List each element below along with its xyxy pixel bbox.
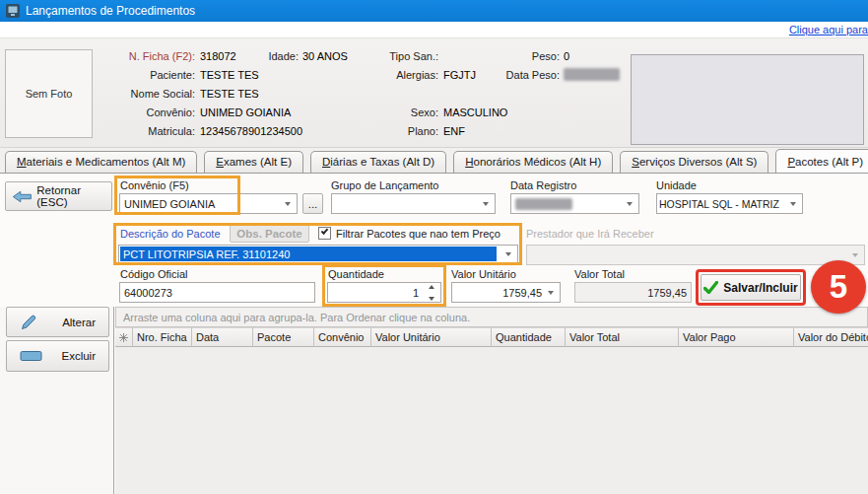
- chevron-down-icon: [285, 202, 291, 206]
- unidade-combobox[interactable]: HOSPITAL SQL - MATRIZ: [656, 193, 803, 214]
- paciente-value: TESTE TES: [200, 69, 259, 81]
- link-bar: Clique aqui para: [0, 22, 868, 38]
- tab-diarias-taxas[interactable]: Diárias e Taxas (Alt D): [310, 151, 446, 173]
- quantidade-label: Quantidade: [328, 268, 384, 280]
- top-right-link[interactable]: Clique aqui para: [789, 24, 868, 35]
- excluir-label: Excluir: [61, 350, 96, 362]
- check-icon: [703, 281, 718, 294]
- tab-exames[interactable]: Exames (Alt E): [204, 151, 303, 173]
- codigo-oficial-input[interactable]: 64000273: [119, 282, 315, 303]
- spin-up-icon: [429, 285, 434, 289]
- matricula-value: 12345678901234500: [200, 125, 302, 137]
- alterar-label: Alterar: [62, 317, 96, 328]
- column-header-convenio[interactable]: Convênio: [314, 327, 371, 347]
- alterar-button[interactable]: Alterar: [6, 307, 109, 337]
- data-peso-redacted-value: [564, 68, 620, 81]
- spinner-arrows[interactable]: [425, 285, 437, 301]
- chevron-down-icon: [790, 202, 796, 206]
- obs-pacote-button[interactable]: Obs. Pacote: [230, 224, 309, 243]
- column-header-valor-debito[interactable]: Valor do Débito: [794, 327, 868, 347]
- column-header-valor-unitario[interactable]: Valor Unitário: [371, 327, 492, 347]
- matricula-label: Matricula:: [99, 125, 195, 137]
- eraser-icon: [20, 350, 42, 362]
- paciente-label: Paciente:: [99, 69, 195, 81]
- step-badge: 5: [811, 260, 866, 314]
- grupo-lancamento-combobox[interactable]: [331, 193, 496, 214]
- filtrar-pacotes-checkbox[interactable]: [318, 227, 331, 240]
- chevron-down-icon: [483, 202, 489, 206]
- excluir-button[interactable]: Excluir: [6, 340, 109, 372]
- nome-social-value: TESTE TES: [200, 88, 259, 100]
- spin-down-icon: [429, 297, 434, 301]
- alergias-label: Alergias:: [345, 69, 438, 81]
- sexo-label: Sexo:: [345, 106, 438, 118]
- plano-value: ENF: [443, 125, 465, 137]
- data-registro-combobox[interactable]: [510, 193, 639, 214]
- column-header-nro-ficha[interactable]: Nro. Ficha: [133, 327, 192, 347]
- grid-header-row: Nro. Ficha Data Pacote Convênio Valor Un…: [115, 327, 868, 347]
- salvar-incluir-button[interactable]: Salvar/Incluir: [701, 274, 801, 301]
- tab-servicos-diversos[interactable]: Serviços Diversos (Alt S): [620, 151, 768, 173]
- tab-strip: Materiais e Medicamentos (Alt M) Exames …: [0, 148, 868, 174]
- column-header-valor-total[interactable]: Valor Total: [566, 327, 679, 347]
- quantidade-stepper[interactable]: 1: [327, 282, 441, 303]
- prestador-label: Prestador que Irá Receber: [526, 228, 654, 240]
- plano-label: Plano:: [345, 125, 438, 137]
- tab-materiais-medicamentos[interactable]: Materiais e Medicamentos (Alt M): [5, 151, 197, 173]
- grid-group-hint: Arraste uma coluna aqui para agrupa-la. …: [115, 307, 868, 327]
- pencil-icon: [20, 314, 37, 331]
- selected-pacote: PCT LITOTRIPSIA REF. 31101240: [120, 247, 497, 261]
- patient-header: Sem Foto N. Ficha (F2): 318072 Paciente:…: [0, 38, 868, 148]
- codigo-oficial-label: Código Oficial: [120, 268, 187, 280]
- retornar-label: Retornar (ESC): [36, 184, 105, 208]
- check-icon: [321, 227, 329, 235]
- prestador-combobox[interactable]: [526, 245, 865, 265]
- procedures-window: Lançamentos de Procedimentos Clique aqui…: [0, 0, 868, 494]
- header-side-panel: [631, 54, 864, 145]
- chevron-down-icon: [627, 202, 633, 206]
- browse-convenio-button[interactable]: ...: [302, 193, 323, 214]
- convenio-f5-label: Convênio (F5): [120, 179, 189, 191]
- valor-total-label: Valor Total: [574, 268, 625, 280]
- unidade-label: Unidade: [656, 179, 697, 191]
- valor-total-field: 1759,45: [574, 282, 692, 303]
- tab-honorarios-medicos[interactable]: Honorários Médicos (Alt H): [453, 151, 613, 173]
- tipo-san-label: Tipo San.:: [345, 50, 438, 62]
- tab-pacotes[interactable]: Pacotes (Alt P): [775, 149, 868, 174]
- title-bar: Lançamentos de Procedimentos: [0, 0, 868, 22]
- ficha-label: N. Ficha (F2):: [99, 50, 195, 62]
- ficha-value: 318072: [200, 50, 236, 62]
- convenio-value: UNIMED GOIANIA: [200, 106, 291, 118]
- column-header-quantidade[interactable]: Quantidade: [492, 327, 566, 347]
- grupo-lancamento-label: Grupo de Lançamento: [331, 179, 438, 191]
- sexo-value: MASCULINO: [443, 106, 507, 118]
- window-title: Lançamentos de Procedimentos: [26, 4, 195, 18]
- photo-placeholder: Sem Foto: [5, 49, 93, 138]
- idade-value: 30 ANOS: [302, 50, 348, 62]
- convenio-combobox[interactable]: UNIMED GOIANIA: [119, 193, 298, 214]
- chevron-down-icon: [852, 253, 858, 257]
- descricao-pacote-combobox[interactable]: PCT LITOTRIPSIA REF. 31101240: [118, 245, 518, 263]
- convenio-label: Convênio:: [99, 106, 195, 118]
- data-peso-label: Data Peso:: [473, 69, 560, 81]
- alergias-value: FGJTJ: [443, 69, 476, 81]
- descricao-pacote-label: Descrição do Pacote: [120, 228, 221, 240]
- valor-unitario-label: Valor Unitário: [451, 268, 516, 280]
- column-header-valor-pago[interactable]: Valor Pago: [679, 327, 794, 347]
- chevron-down-icon: [548, 291, 554, 295]
- data-registro-label: Data Registro: [510, 179, 576, 191]
- peso-value: 0: [564, 50, 569, 62]
- row-indicator-icon: [115, 327, 133, 347]
- nome-social-label: Nome Social:: [99, 88, 195, 100]
- chevron-down-icon: [505, 252, 511, 256]
- idade-label: Idade:: [236, 50, 299, 62]
- valor-unitario-combobox[interactable]: 1759,45: [451, 282, 561, 303]
- grid-body-empty[interactable]: [115, 347, 868, 494]
- filtrar-pacotes-label: Filtrar Pacotes que nao tem Preço: [336, 228, 501, 240]
- app-icon: [6, 4, 20, 18]
- peso-label: Peso:: [473, 50, 560, 62]
- column-header-pacote[interactable]: Pacote: [253, 327, 314, 347]
- column-header-data[interactable]: Data: [192, 327, 253, 347]
- arrow-left-icon: [12, 188, 32, 205]
- retornar-button[interactable]: Retornar (ESC): [5, 181, 112, 211]
